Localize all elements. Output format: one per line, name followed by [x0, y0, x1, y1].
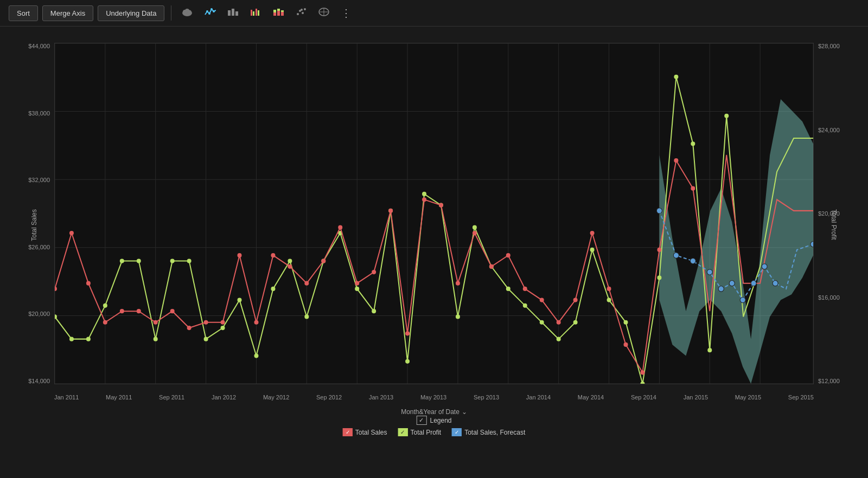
- y-left-label-0: $14,000: [28, 378, 50, 384]
- svg-point-116: [439, 203, 443, 207]
- svg-point-4: [206, 10, 208, 12]
- x-label-may2012: May 2012: [263, 394, 289, 401]
- svg-point-101: [187, 326, 192, 330]
- legend-total-sales-label: Total Sales: [355, 429, 387, 436]
- x-label-jan2015: Jan 2015: [684, 394, 708, 401]
- svg-point-112: [372, 270, 376, 274]
- svg-point-126: [607, 287, 611, 291]
- toolbar: Sort Merge Axis Underlying Data: [0, 0, 868, 27]
- x-label-may2013: May 2013: [420, 394, 446, 401]
- x-label-jan2011: Jan 2011: [54, 394, 79, 401]
- legend-item-total-sales: ✓ Total Sales: [343, 428, 387, 436]
- svg-point-64: [254, 353, 258, 358]
- svg-point-97: [120, 309, 124, 313]
- svg-rect-13: [256, 9, 257, 16]
- x-axis-title: Month&Year of Date ⌄: [401, 408, 467, 416]
- svg-point-96: [103, 320, 107, 325]
- grouped-bar-icon[interactable]: [246, 5, 265, 21]
- svg-point-21: [297, 13, 299, 15]
- svg-point-129: [657, 248, 661, 252]
- svg-point-99: [154, 320, 158, 325]
- y-right-label-2: $20,000: [818, 210, 840, 217]
- svg-point-53: [69, 337, 74, 341]
- svg-point-76: [456, 314, 460, 319]
- legend-item-forecast: ✓ Total Sales, Forecast: [452, 428, 525, 436]
- line-chart-icon[interactable]: [201, 5, 219, 21]
- x-label-may2014: May 2014: [578, 394, 604, 401]
- svg-point-61: [204, 337, 208, 341]
- svg-point-118: [473, 231, 477, 235]
- sort-button[interactable]: Sort: [9, 5, 38, 21]
- x-label-may2015: May 2015: [735, 394, 761, 401]
- svg-point-93: [55, 287, 57, 291]
- svg-point-7: [213, 10, 215, 12]
- svg-point-71: [372, 309, 376, 313]
- legend-forecast-checkbox[interactable]: ✓: [452, 428, 462, 436]
- svg-point-63: [238, 298, 242, 302]
- x-label-jan2012: Jan 2012: [212, 394, 236, 401]
- svg-point-87: [640, 382, 644, 384]
- merge-axis-button[interactable]: Merge Axis: [42, 5, 93, 21]
- underlying-data-button[interactable]: Underlying Data: [98, 5, 164, 21]
- svg-point-131: [691, 186, 695, 191]
- svg-point-125: [590, 231, 595, 235]
- svg-point-60: [187, 259, 192, 263]
- svg-point-135: [707, 269, 712, 275]
- svg-point-123: [557, 320, 561, 325]
- svg-point-103: [221, 320, 225, 325]
- svg-point-89: [674, 75, 678, 79]
- scatter-icon[interactable]: [292, 5, 310, 21]
- svg-rect-19: [281, 12, 284, 16]
- x-label-may2011: May 2011: [106, 394, 132, 401]
- map-icon[interactable]: [315, 5, 333, 21]
- svg-point-115: [422, 197, 426, 202]
- svg-point-66: [288, 259, 292, 263]
- svg-point-105: [254, 320, 258, 325]
- svg-point-120: [506, 253, 510, 257]
- svg-point-113: [388, 209, 393, 213]
- svg-point-59: [170, 259, 175, 263]
- x-label-sep2012: Sep 2012: [316, 394, 342, 401]
- svg-point-106: [271, 253, 275, 257]
- x-label-sep2011: Sep 2011: [159, 394, 184, 401]
- svg-point-98: [137, 309, 141, 313]
- more-options-icon[interactable]: ⋮: [337, 4, 355, 22]
- svg-rect-20: [281, 10, 284, 12]
- svg-rect-18: [277, 9, 280, 11]
- svg-point-114: [405, 331, 410, 335]
- svg-point-62: [221, 326, 225, 330]
- x-axis-dropdown-icon[interactable]: ⌄: [462, 408, 467, 416]
- y-left-label-5: $44,000: [28, 43, 50, 49]
- svg-point-83: [573, 320, 578, 325]
- y-axis-right: $12,000 $16,000 $20,000 $24,000 $28,000: [814, 43, 857, 384]
- svg-point-127: [624, 343, 628, 347]
- svg-point-79: [506, 287, 510, 291]
- svg-point-57: [137, 259, 141, 263]
- svg-point-102: [204, 320, 208, 325]
- y-right-label-1: $16,000: [818, 294, 840, 301]
- svg-rect-16: [273, 10, 276, 12]
- svg-point-137: [729, 281, 735, 286]
- svg-point-128: [640, 370, 644, 374]
- bar-chart-icon[interactable]: [224, 5, 242, 21]
- svg-point-84: [590, 248, 595, 252]
- svg-point-133: [673, 253, 679, 258]
- legend-total-profit-checkbox[interactable]: ✓: [398, 428, 407, 436]
- x-label-sep2013: Sep 2013: [474, 394, 499, 401]
- svg-point-85: [607, 298, 611, 302]
- legend-area: ✓ Legend ✓ Total Sales ✓ Total Profit ✓ …: [343, 416, 525, 436]
- legend-checkbox[interactable]: ✓: [416, 416, 426, 425]
- chart-container: Total Sales Total Profit $14,000 $20,000…: [11, 32, 857, 438]
- svg-point-88: [657, 275, 661, 280]
- svg-point-130: [674, 158, 678, 163]
- cloud-icon[interactable]: [178, 5, 196, 21]
- svg-point-56: [120, 259, 124, 263]
- svg-point-6: [210, 8, 213, 10]
- svg-point-124: [573, 298, 578, 302]
- svg-point-5: [208, 12, 210, 15]
- stacked-bar-icon[interactable]: [269, 5, 288, 21]
- svg-rect-10: [235, 11, 238, 16]
- legend-total-sales-checkbox[interactable]: ✓: [343, 428, 353, 436]
- svg-point-140: [762, 264, 767, 269]
- x-label-sep2014: Sep 2014: [631, 394, 656, 401]
